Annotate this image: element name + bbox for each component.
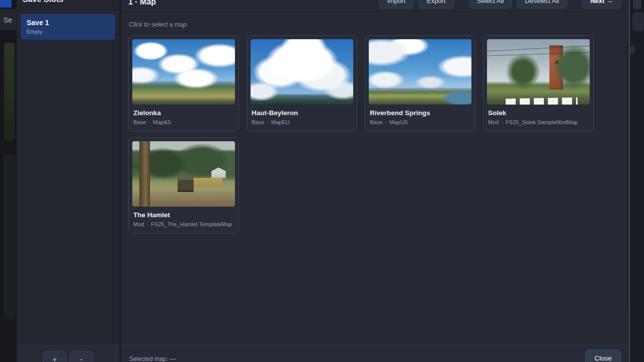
background-right-button: [632, 12, 644, 31]
save-slot-name: Save 1: [27, 19, 109, 27]
map-type: Base: [133, 119, 146, 125]
save-slots-title: Save Slots: [17, 0, 119, 10]
next-step-button[interactable]: Next →: [582, 0, 621, 9]
close-button[interactable]: Close: [585, 349, 621, 362]
subtitle-separator: ·: [501, 119, 503, 125]
background-right-dot: [630, 45, 635, 54]
map-title: Haut-Beyleron: [252, 109, 352, 117]
map-card-the-hamlet[interactable]: The Hamlet Mod·FS25_The_Hamlet.TemplateM…: [128, 137, 239, 234]
map-id: MapEU: [271, 119, 290, 125]
export-button[interactable]: Export: [419, 0, 454, 9]
background-partial-label: Se: [4, 16, 12, 24]
background-right-strip: [630, 0, 644, 362]
map-type: Base: [370, 119, 382, 125]
tree-trunk-shape: [139, 141, 149, 207]
map-subtitle: Base·MapUS: [370, 119, 470, 125]
map-type: Base: [252, 119, 264, 125]
wheat-field-shape: [192, 178, 222, 187]
map-card-grid: Zielonka Base·MapAS Haut-Beyleron Base·M…: [128, 35, 601, 234]
map-toolbar: Import Export Select All Deselect All Ne…: [379, 0, 621, 9]
map-id: MapUS: [389, 119, 408, 125]
hut-shape: [178, 175, 194, 193]
map-id: MapAS: [153, 119, 171, 125]
remove-slot-button[interactable]: -: [69, 351, 94, 362]
save-editor-dialog: Save Slots Save 1 Empty + - 1 · Map Impo…: [16, 0, 630, 362]
background-thumbnail-strip: [4, 43, 15, 141]
scrollbar-track[interactable]: [626, 41, 628, 310]
map-id: FS25_The_Hamlet.TemplateMap: [151, 221, 232, 227]
subtitle-separator: ·: [267, 119, 269, 125]
save-slots-sidebar: Save Slots Save 1 Empty + -: [17, 0, 121, 362]
map-thumbnail-the-hamlet: [132, 141, 235, 207]
map-type: Mod: [488, 119, 499, 125]
add-slot-button[interactable]: +: [43, 351, 67, 362]
subtitle-separator: ·: [148, 119, 150, 125]
map-thumbnail-haut-beyleron: [251, 39, 353, 105]
solek-logo-letters: [506, 98, 578, 105]
map-title: Riverbend Springs: [370, 109, 470, 117]
map-card-solek[interactable]: Solek Mod·FS25_Solek.SampleModMap: [483, 35, 594, 132]
selected-map-status: Selected map: —: [129, 355, 176, 362]
save-slot-status: Empty: [27, 29, 109, 35]
map-title: The Hamlet: [133, 211, 234, 219]
subtitle-separator: ·: [385, 119, 387, 125]
map-subtitle: Mod·FS25_Solek.SampleModMap: [488, 119, 589, 125]
select-all-button[interactable]: Select All: [469, 0, 512, 9]
map-card-zielonka[interactable]: Zielonka Base·MapAS: [128, 35, 239, 132]
map-step-header: 1 · Map Import Export Select All Deselec…: [121, 0, 629, 12]
map-card-haut-beyleron[interactable]: Haut-Beyleron Base·MapEU: [247, 35, 357, 132]
tree-shape: [506, 54, 540, 90]
map-type: Mod: [133, 221, 144, 227]
background-right-tab: [633, 0, 641, 9]
import-button[interactable]: Import: [379, 0, 414, 9]
map-subtitle: Mod·FS25_The_Hamlet.TemplateMap: [133, 221, 234, 227]
map-id: FS25_Solek.SampleModMap: [506, 119, 578, 125]
white-house-shape: [211, 167, 226, 178]
map-thumbnail-zielonka: [132, 39, 235, 105]
map-thumbnail-solek: [487, 39, 590, 105]
map-grid-area: Click to select a map Zielonka Base·MapA…: [121, 12, 629, 345]
map-step-panel: 1 · Map Import Export Select All Deselec…: [121, 0, 629, 362]
deselect-all-button[interactable]: Deselect All: [517, 0, 567, 9]
map-select-hint: Click to select a map: [129, 21, 622, 28]
subtitle-separator: ·: [146, 221, 148, 227]
background-accent-button: [0, 0, 12, 8]
map-card-riverbend-springs[interactable]: Riverbend Springs Base·MapUS: [365, 35, 475, 132]
map-title: Solek: [488, 109, 589, 117]
map-subtitle: Base·MapEU: [252, 119, 352, 125]
save-slots-footer: + -: [17, 345, 119, 362]
map-title: Zielonka: [133, 109, 234, 117]
map-thumbnail-riverbend-springs: [369, 39, 471, 105]
step-title: 1 · Map: [128, 0, 156, 9]
background-card-strip: [3, 153, 16, 319]
map-step-footer: Selected map: — Close: [121, 345, 629, 362]
save-slot-item-1[interactable]: Save 1 Empty: [21, 14, 115, 40]
map-subtitle: Base·MapAS: [133, 119, 234, 125]
